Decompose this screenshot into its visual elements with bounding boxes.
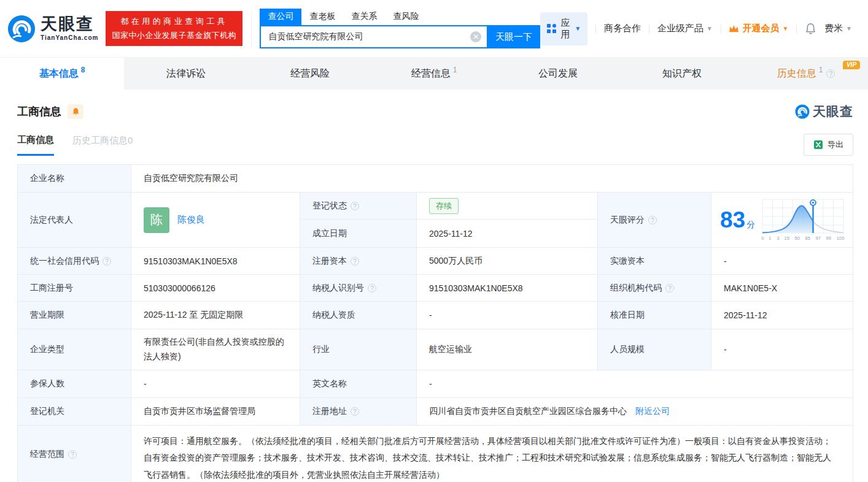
tianyancha-watermark-icon bbox=[795, 104, 810, 119]
menu-divider bbox=[595, 25, 596, 33]
search-tab-company[interactable]: 查公司 bbox=[260, 9, 301, 25]
tianyancha-logo[interactable]: 天眼查 TianYanCha.com bbox=[7, 15, 98, 43]
monitor-bell-icon[interactable] bbox=[68, 104, 83, 119]
apps-button[interactable]: 应用 ▼ bbox=[540, 12, 587, 45]
score-chart-axis: 0131550859799100 bbox=[761, 235, 845, 241]
help-icon[interactable] bbox=[351, 407, 359, 416]
tyc-score-label-text: 天眼评分 bbox=[610, 215, 645, 226]
promo-banner: 都在用的商业查询工具 国家中小企业发展子基金旗下机构 bbox=[106, 11, 242, 46]
menu-divider bbox=[721, 25, 721, 33]
chevron-down-icon: ▼ bbox=[707, 25, 713, 32]
label-registration-authority: 登记机关 bbox=[18, 398, 131, 426]
registration-status-label-text: 登记状态 bbox=[312, 201, 347, 212]
watermark-title: 天眼查 bbox=[813, 103, 853, 120]
status-date-subtable: 登记状态 存续 成立日期 2025-11-12 bbox=[300, 193, 598, 248]
value-company-name: 自贡低空研究院有限公司 bbox=[131, 165, 853, 193]
label-credit-code: 统一社会信用代码 bbox=[18, 248, 131, 275]
chevron-down-icon: ▼ bbox=[846, 25, 852, 32]
org-code-label-text: 组织机构代码 bbox=[610, 283, 662, 294]
registered-capital-label-text: 注册资本 bbox=[312, 256, 347, 267]
tab-operating-risk[interactable]: 经营风险 bbox=[248, 58, 372, 90]
watermark-logo: 天眼查 bbox=[795, 103, 853, 120]
credit-code-label-text: 统一社会信用代码 bbox=[30, 256, 99, 267]
value-legal-representative: 陈 陈俊良 bbox=[131, 193, 300, 248]
tab-basic-info[interactable]: 基本信息 8 bbox=[0, 58, 124, 90]
menu-open-vip[interactable]: 开通会员 ▼ bbox=[729, 23, 788, 34]
label-legal-representative: 法定代表人 bbox=[18, 193, 131, 248]
section-header: 工商信息 天眼查 bbox=[17, 103, 853, 120]
legal-rep-name-link[interactable]: 陈俊良 bbox=[177, 214, 205, 226]
subtab-business-info[interactable]: 工商信息 bbox=[17, 134, 54, 156]
search-input[interactable] bbox=[260, 25, 487, 48]
value-staff-size: - bbox=[711, 329, 853, 370]
user-menu[interactable]: 费米 ▼ bbox=[824, 23, 852, 34]
crown-icon bbox=[729, 24, 739, 33]
promo-line1: 都在用的商业查询工具 bbox=[112, 16, 236, 27]
help-icon[interactable] bbox=[351, 202, 359, 210]
value-establish-date: 2025-11-12 bbox=[417, 220, 597, 247]
label-business-term: 营业期限 bbox=[18, 302, 131, 329]
header-menu: 应用 ▼ 商务合作 企业级产品 ▼ 开通会员 ▼ 费米 ▼ bbox=[540, 12, 852, 45]
value-registration-number: 510303000066126 bbox=[131, 275, 300, 302]
help-icon[interactable] bbox=[368, 284, 376, 293]
tab-count: 1 bbox=[453, 66, 457, 74]
search-bar: 天眼一下 bbox=[260, 25, 540, 48]
value-registered-capital: 5000万人民币 bbox=[417, 248, 598, 275]
value-insured-count: - bbox=[131, 370, 300, 398]
tab-legal-proceedings[interactable]: 法律诉讼 bbox=[124, 58, 248, 90]
help-icon[interactable] bbox=[351, 257, 359, 266]
search-tab-boss[interactable]: 查老板 bbox=[301, 9, 343, 25]
menu-business-cooperation[interactable]: 商务合作 bbox=[604, 23, 641, 34]
tab-operating-info[interactable]: 经营信息 1 bbox=[372, 58, 496, 90]
value-business-scope: 许可项目：通用航空服务。（依法须经批准的项目，经相关部门批准后方可开展经营活动，… bbox=[131, 426, 853, 482]
value-org-code: MAK1N0E5-X bbox=[711, 275, 853, 302]
search-tab-risk[interactable]: 查风险 bbox=[385, 9, 427, 25]
label-org-code: 组织机构代码 bbox=[598, 275, 711, 302]
menu-divider bbox=[649, 25, 649, 33]
menu-enterprise-products[interactable]: 企业级产品 ▼ bbox=[657, 23, 713, 34]
label-paid-capital: 实缴资本 bbox=[598, 248, 711, 275]
help-icon[interactable] bbox=[826, 69, 835, 78]
search-button[interactable]: 天眼一下 bbox=[487, 25, 540, 48]
help-icon[interactable] bbox=[665, 284, 674, 293]
label-company-name: 企业名称 bbox=[18, 165, 131, 193]
nearby-companies-link[interactable]: 附近公司 bbox=[635, 406, 670, 417]
promo-line2: 国家中小企业发展子基金旗下机构 bbox=[112, 30, 236, 41]
notification-bell-icon[interactable] bbox=[805, 23, 816, 35]
registration-info-table: 企业名称 自贡低空研究院有限公司 法定代表人 陈 陈俊良 登记状态 存续 成立日… bbox=[17, 164, 853, 482]
subtab-history-business-info[interactable]: 历史工商信息0 bbox=[72, 135, 133, 155]
help-icon[interactable] bbox=[68, 450, 77, 459]
label-tyc-score: 天眼评分 bbox=[598, 193, 711, 248]
score-unit: 分 bbox=[746, 220, 755, 229]
label-registered-address: 注册地址 bbox=[300, 398, 417, 426]
value-taxpayer-id: 91510303MAK1N0E5X8 bbox=[417, 275, 598, 302]
company-nav-tabs: 基本信息 8 法律诉讼 经营风险 经营信息 1 公司发展 知识产权 VIP 历史… bbox=[0, 58, 868, 90]
label-registration-number: 工商注册号 bbox=[18, 275, 131, 302]
vip-badge: VIP bbox=[843, 61, 860, 69]
score-distribution-chart[interactable]: 0131550859799100 bbox=[761, 199, 845, 241]
label-business-scope: 经营范围 bbox=[18, 426, 131, 482]
export-button[interactable]: 导出 bbox=[804, 134, 853, 156]
value-business-term: 2025-11-12 至 无固定期限 bbox=[131, 302, 300, 329]
logo-title: 天眼查 bbox=[41, 16, 98, 33]
tab-history-info[interactable]: VIP 历史信息 1 bbox=[744, 58, 868, 90]
search-tab-relation[interactable]: 查关系 bbox=[343, 9, 385, 25]
export-label: 导出 bbox=[827, 139, 843, 150]
username: 费米 bbox=[824, 23, 843, 34]
value-registered-address: 四川省自贡市贡井区自贡航空产业园区综合服务中心 附近公司 bbox=[417, 398, 853, 426]
tab-label: 知识产权 bbox=[662, 67, 702, 80]
logo-domain: TianYanCha.com bbox=[41, 35, 98, 41]
subtabs: 工商信息 历史工商信息0 导出 bbox=[17, 134, 853, 156]
tab-intellectual-property[interactable]: 知识产权 bbox=[620, 58, 744, 90]
chevron-down-icon: ▼ bbox=[782, 25, 788, 32]
tab-company-development[interactable]: 公司发展 bbox=[496, 58, 620, 90]
excel-icon bbox=[813, 140, 823, 150]
search-tabs: 查公司 查老板 查关系 查风险 bbox=[260, 9, 540, 25]
business-scope-label-text: 经营范围 bbox=[30, 449, 64, 460]
help-icon[interactable] bbox=[648, 216, 657, 224]
label-registration-status: 登记状态 bbox=[300, 193, 417, 219]
help-icon[interactable] bbox=[103, 257, 111, 266]
establish-date-label-text: 成立日期 bbox=[312, 228, 347, 239]
legal-rep-avatar[interactable]: 陈 bbox=[144, 207, 169, 233]
label-taxpayer-id: 纳税人识别号 bbox=[300, 275, 417, 302]
